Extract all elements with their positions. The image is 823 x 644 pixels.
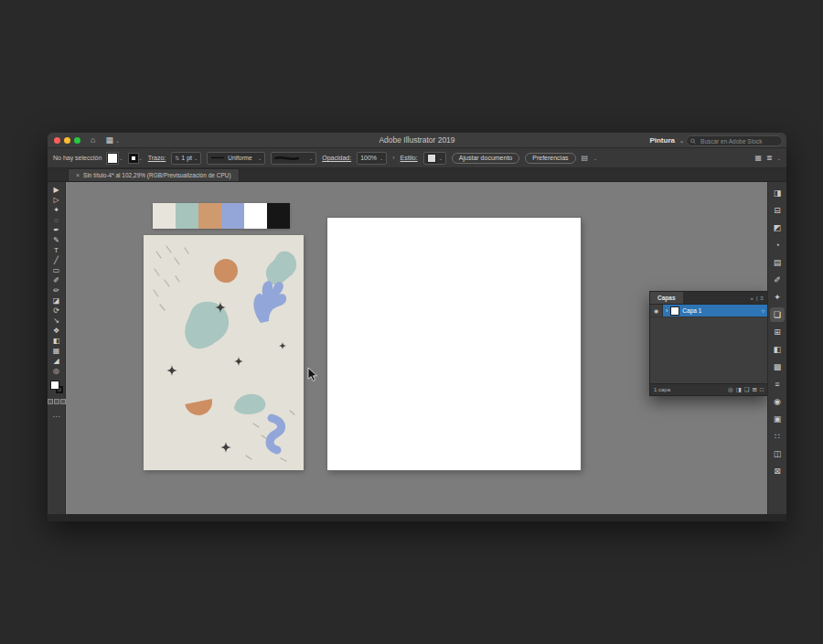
brush-stroke-icon [274,155,299,162]
symbols-panel-icon[interactable]: ✦ [770,290,785,305]
color-guide-panel-icon[interactable]: ◔ [770,238,785,252]
stroke-panel-icon[interactable]: ≡ [770,377,785,392]
magic-wand-tool[interactable]: ✦ [49,205,63,215]
appearance-panel-icon[interactable]: ◉ [770,394,785,409]
rectangle-tool[interactable]: ▭ [49,265,63,275]
layers-panel-header: Capas » | ≡ [650,292,767,305]
document-tab-label: Sin título-4* al 102,29% (RGB/Previsuali… [83,172,231,178]
rotate-tool[interactable]: ⟳ [49,306,63,316]
titlebar: ⌂ ▦ ⌄ Adobe Illustrator 2019 Pintura ⌄ [48,133,786,148]
brush-definition-dropdown[interactable]: ⌄ [271,152,316,165]
close-tab-icon[interactable]: × [76,172,80,178]
target-circle-icon[interactable]: ○ [761,308,764,314]
locate-object-button[interactable]: ◎ [728,386,733,393]
chevron-down-icon: ⌄ [679,137,684,144]
home-icon[interactable]: ⌂ [91,133,95,147]
canvas-area[interactable]: Capas » | ≡ ◉ › [66,182,767,514]
palette-swatch [267,203,290,229]
panel-menu-icon[interactable]: ≡ [760,295,764,301]
chevron-down-icon: ⌄ [379,156,383,161]
fill-proxy[interactable] [50,381,59,390]
zoom-tool[interactable]: ◎ [49,366,63,376]
brushes-panel-icon[interactable]: ✐ [770,273,785,287]
selected-layer[interactable]: › Capa 1 ○ [663,305,767,317]
search-input[interactable] [699,137,778,145]
palette-swatch [153,203,176,229]
stock-search[interactable] [686,135,783,146]
mesh-tool[interactable]: ▦ [49,346,63,356]
opacity-dropdown[interactable]: 100% ⌄ [357,152,387,165]
style-panel-link[interactable]: Estilo: [401,155,418,161]
curvature-tool[interactable]: ✎ [49,235,63,245]
lasso-tool[interactable]: ◌ [49,215,63,225]
align-panel-icon[interactable]: ∷ [770,429,785,444]
variable-width-profile-dropdown[interactable]: Uniforme ⌄ [207,152,265,165]
pathfinder-panel-icon[interactable]: ◫ [770,446,785,461]
poster-artwork[interactable] [144,235,304,470]
fill-color-picker[interactable]: ⌄ [107,153,123,164]
layer-count: 1 capa [654,387,670,392]
style-dropdown[interactable]: ⌄ [423,152,446,165]
delete-layer-button[interactable]: □ [760,386,764,393]
asset-export-panel-icon[interactable]: ⊠ [770,464,785,478]
layers-panel-icon[interactable]: ❏ [770,307,785,322]
eyedropper-tool[interactable]: ◢ [49,356,63,366]
layout-chevron-icon[interactable]: ⌄ [115,137,120,144]
stroke-color-picker[interactable]: ⌄ [129,154,143,163]
gradient-panel-icon[interactable]: ◧ [770,342,785,357]
layout-icon[interactable]: ▦ [105,133,113,147]
stroke-panel-link[interactable]: Trazo: [148,155,166,161]
selection-tool[interactable]: ▶ [49,185,63,195]
arrange-documents-icon[interactable]: ▦ [755,154,763,162]
gradient-mode-button[interactable] [54,399,59,404]
direct-selection-tool[interactable]: ▷ [49,195,63,205]
document-setup-icon[interactable]: ▤ [582,154,589,162]
pen-tool[interactable]: ✒ [49,225,63,235]
visibility-toggle[interactable]: ◉ [650,305,663,317]
workspace-switcher[interactable]: Pintura ⌄ [649,136,684,145]
shape-builder-tool[interactable]: ❖ [49,326,63,336]
swatches-panel-icon[interactable]: ▤ [770,255,785,270]
layer-name[interactable]: Capa 1 [682,307,701,314]
properties-panel-icon[interactable]: ◨ [770,186,785,200]
preferences-button[interactable]: Preferencias [525,153,575,164]
line-segment-tool[interactable]: ╱ [49,255,63,265]
artboards-panel-icon[interactable]: ⊞ [770,325,785,339]
fill-swatch[interactable] [107,153,118,164]
minimize-window-button[interactable] [64,137,70,144]
opacity-more-arrow[interactable]: › [392,155,394,161]
palette-strip-artwork[interactable] [153,203,290,229]
layer-row[interactable]: ◉ › Capa 1 ○ [650,305,767,317]
new-sublayer-button[interactable]: ❏ [744,386,750,393]
expand-layer-icon[interactable]: › [666,307,668,314]
stroke-width-stepper[interactable]: ⇅ 1 pt ⌄ [171,152,201,165]
type-tool[interactable]: T [49,245,63,255]
color-panel-icon[interactable]: ◩ [770,220,785,235]
transparency-panel-icon[interactable]: ▩ [770,360,785,374]
close-window-button[interactable] [54,137,60,144]
traffic-lights [54,137,80,144]
graphic-styles-panel-icon[interactable]: ▣ [770,412,785,426]
scale-tool[interactable]: ↘ [49,316,63,326]
fit-document-button[interactable]: Ajustar documento [452,153,519,164]
opacity-panel-link[interactable]: Opacidad: [322,155,351,161]
gradient-tool[interactable]: ◧ [49,336,63,346]
color-mode-button[interactable] [48,399,53,404]
artboard[interactable] [327,218,581,470]
eraser-tool[interactable]: ◪ [49,295,63,306]
make-mask-button[interactable]: ◨ [736,386,742,393]
new-layer-button[interactable]: ⊞ [753,386,757,393]
panel-menu-icon[interactable]: ≣ [766,154,773,162]
layers-panel-tab[interactable]: Capas [650,292,683,304]
edit-toolbar-button[interactable]: ⋯ [53,413,60,421]
libraries-panel-icon[interactable]: ⊟ [770,203,785,218]
paintbrush-tool[interactable]: ✐ [49,275,63,285]
collapse-panel-icon[interactable]: » [751,295,754,301]
none-mode-button[interactable] [60,399,66,404]
stepper-arrows-icon[interactable]: ⇅ [175,155,179,161]
pencil-tool[interactable]: ✏ [49,285,63,295]
zoom-window-button[interactable] [74,137,80,144]
document-tab[interactable]: × Sin título-4* al 102,29% (RGB/Previsua… [68,168,240,181]
fill-stroke-indicator[interactable] [50,381,63,393]
stroke-swatch[interactable] [129,154,138,163]
